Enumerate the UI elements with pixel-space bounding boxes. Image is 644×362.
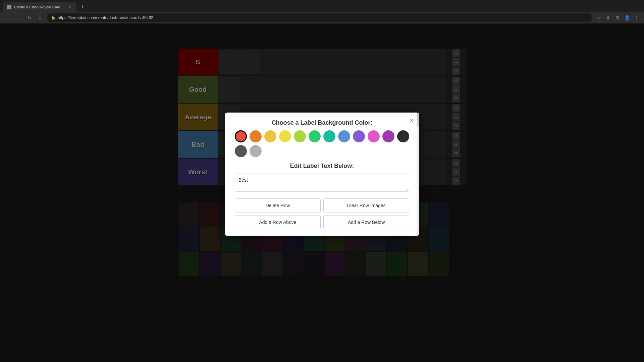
- active-tab[interactable]: Create a Clash Royale Cards Ti... ×: [3, 2, 76, 12]
- scrollbar-thumb: [417, 113, 419, 127]
- new-tab-button[interactable]: +: [78, 2, 87, 12]
- nav-actions: ☆ ⬇ ⚙ 👤 ⋮: [595, 14, 640, 21]
- main-content: S ⚙ ▲ ▼ Good ⚙ ▲ ▼ Average: [0, 23, 644, 362]
- bookmark-icon[interactable]: ☆: [595, 14, 602, 21]
- url-text: https://tiermaker.com/create/dash-royale…: [58, 15, 153, 20]
- color-swatch-light-gray[interactable]: [250, 145, 262, 157]
- dialog-buttons: Delete Row Clear Row Images Add a Row Ab…: [225, 198, 419, 236]
- tab-favicon: [7, 5, 11, 9]
- color-swatch-yellow-dark[interactable]: [264, 130, 276, 142]
- forward-button[interactable]: →: [15, 14, 23, 22]
- add-row-below-button[interactable]: Add a Row Below: [323, 215, 409, 229]
- address-bar[interactable]: 🔒 https://tiermaker.com/create/dash-roya…: [47, 13, 592, 22]
- extensions-icon[interactable]: ⚙: [614, 14, 621, 21]
- edit-label-title: Edit Label Text Below:: [235, 163, 409, 170]
- color-swatch-yellow[interactable]: [279, 130, 291, 142]
- refresh-button[interactable]: ↻: [25, 14, 34, 22]
- dialog-scrollbar[interactable]: [417, 113, 419, 236]
- color-swatch-cyan[interactable]: [323, 130, 335, 142]
- browser-chrome: Create a Clash Royale Cards Ti... × + ← …: [0, 0, 644, 23]
- tab-close-button[interactable]: ×: [67, 4, 72, 10]
- home-button[interactable]: ⌂: [36, 14, 44, 22]
- download-icon[interactable]: ⬇: [604, 14, 612, 21]
- color-swatches-container: [225, 130, 419, 163]
- color-swatch-dark-gray[interactable]: [235, 145, 247, 157]
- label-text-input[interactable]: [235, 174, 409, 192]
- color-swatch-dark-blue[interactable]: [353, 130, 365, 142]
- color-swatch-orange[interactable]: [250, 130, 262, 142]
- menu-icon[interactable]: ⋮: [633, 14, 640, 21]
- color-swatch-blue[interactable]: [338, 130, 350, 142]
- dialog-title: Choose a Label Background Color:: [235, 119, 409, 126]
- nav-bar: ← → ↻ ⌂ 🔒 https://tiermaker.com/create/d…: [0, 12, 644, 23]
- add-row-above-button[interactable]: Add a Row Above: [235, 215, 321, 229]
- buttons-row-2: Add a Row Above Add a Row Below: [235, 215, 409, 229]
- color-picker-dialog: × Choose a Label Background Color: Edit …: [225, 113, 419, 236]
- clear-row-images-button[interactable]: Clear Row Images: [323, 198, 409, 213]
- color-swatch-green[interactable]: [309, 130, 321, 142]
- color-swatch-pink[interactable]: [368, 130, 380, 142]
- tab-bar: Create a Clash Royale Cards Ti... × +: [0, 0, 644, 12]
- dialog-header: Choose a Label Background Color:: [225, 113, 419, 130]
- buttons-row-1: Delete Row Clear Row Images: [235, 198, 409, 213]
- delete-row-button[interactable]: Delete Row: [235, 198, 321, 213]
- edit-label-section: Edit Label Text Below:: [225, 163, 419, 198]
- back-button[interactable]: ←: [4, 14, 12, 22]
- profile-icon[interactable]: 👤: [623, 14, 631, 21]
- color-swatch-purple[interactable]: [382, 130, 394, 142]
- tab-title: Create a Clash Royale Cards Ti...: [14, 5, 64, 9]
- color-swatch-black[interactable]: [397, 130, 409, 142]
- color-swatch-red[interactable]: [235, 130, 247, 142]
- color-swatch-yellow-green[interactable]: [294, 130, 306, 142]
- security-icon: 🔒: [51, 15, 56, 20]
- dialog-close-button[interactable]: ×: [408, 116, 415, 125]
